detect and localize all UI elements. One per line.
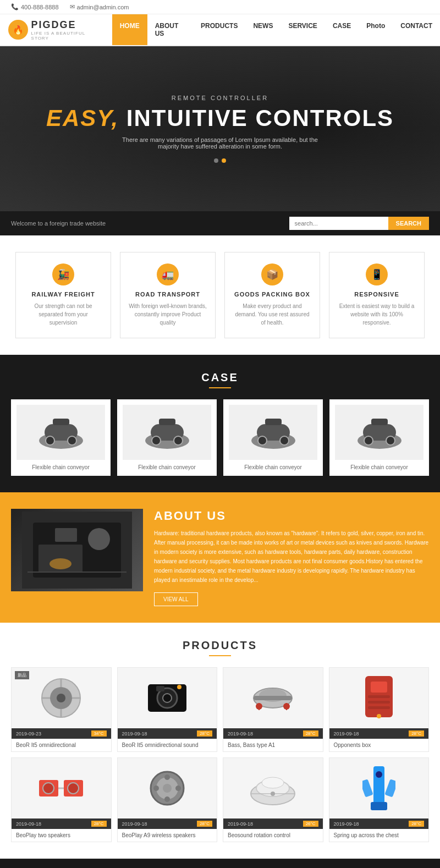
case-img-2	[123, 405, 211, 460]
case-label-4: Flexible chain conveyor	[335, 464, 424, 470]
product-meta-7: 2019-09-18 26°C	[223, 818, 323, 829]
nav-about[interactable]: ABOUT US	[147, 14, 193, 45]
about-section: ABOUT US Hardware: traditional hardware …	[0, 492, 440, 623]
svg-point-12	[258, 436, 267, 445]
about-image	[11, 509, 143, 591]
product-meta-4: 2019-09-18 28°C	[329, 728, 429, 739]
product-temp-7: 26°C	[303, 821, 318, 827]
case-item-2[interactable]: Flexible chain conveyor	[117, 399, 217, 476]
nav-service[interactable]: SERVICE	[280, 14, 324, 45]
responsive-desc: Extent is easiest way to build a website…	[338, 302, 416, 327]
product-temp-2: 28°C	[197, 730, 212, 737]
case-grid: Flexible chain conveyor Flexible chain c…	[11, 399, 429, 476]
case-item-1[interactable]: Flexible chain conveyor	[11, 399, 111, 476]
case-label-3: Flexible chain conveyor	[229, 464, 317, 470]
product-1[interactable]: 新品 2019-09-23 34°C BeoR It5 omnidirectio…	[11, 667, 112, 752]
phone-number: 400-888-8888	[21, 4, 59, 10]
product-8[interactable]: 2019-09-18 28°C Spring up across the che…	[329, 757, 430, 842]
product-name-4: Opponents box	[329, 739, 429, 751]
packing-desc: Make every product and demand. You use r…	[233, 302, 311, 327]
hero-dot-1[interactable]	[214, 158, 218, 163]
svg-rect-41	[254, 696, 292, 700]
product-5[interactable]: 2019-09-18 28°C BeoPlay two speakers	[11, 757, 112, 842]
hero-title-yellow: EASY,	[46, 105, 119, 131]
search-button[interactable]: SEARCH	[388, 217, 429, 230]
svg-point-56	[68, 783, 79, 794]
email-icon: ✉	[70, 3, 75, 10]
svg-rect-9	[159, 419, 175, 425]
svg-rect-48	[368, 695, 390, 698]
svg-point-61	[164, 796, 170, 802]
features-section: 🚂 RAILWAY FREIGHT Our strength can not b…	[0, 235, 440, 355]
nav-news[interactable]: NEWS	[245, 14, 280, 45]
product-img-1: 新品	[12, 668, 111, 728]
product-4[interactable]: 2019-09-18 28°C Opponents box	[329, 667, 430, 752]
product-2[interactable]: 2019-09-18 28°C BeoR It5 omnidirectional…	[117, 667, 218, 752]
svg-point-62	[153, 785, 159, 791]
welcome-text: Welcome to a foreign trade website	[11, 220, 106, 227]
product-date-2: 2019-09-18	[122, 731, 147, 737]
railway-desc: Our strength can not be separated from y…	[24, 302, 102, 327]
svg-point-2	[46, 436, 54, 445]
svg-rect-19	[371, 419, 388, 425]
svg-point-60	[164, 774, 170, 780]
hero-label: REMOTE CONTROLLER	[46, 95, 394, 101]
svg-rect-24	[55, 528, 77, 542]
search-input[interactable]	[289, 217, 388, 230]
about-text: Hardware: traditional hardware products,…	[154, 529, 429, 585]
svg-rect-37	[156, 686, 164, 691]
nav-home[interactable]: HOME	[112, 14, 147, 45]
packing-icon: 📦	[261, 263, 283, 285]
product-name-1: BeoR It5 omnidirectional	[12, 739, 111, 751]
product-img-4	[329, 668, 429, 728]
hero-title: EASY, INTUITIVE CONTROLS	[46, 106, 394, 131]
feature-responsive: 📱 RESPONSIVE Extent is easiest way to bu…	[329, 252, 425, 338]
svg-point-73	[376, 771, 382, 778]
logo-icon: 🔥	[8, 20, 28, 40]
product-6[interactable]: 2019-09-18 28°C BeoPlay A9 wireless spea…	[117, 757, 218, 842]
hero-dot-2[interactable]	[222, 158, 226, 163]
product-name-7: Beosound rotation control	[223, 829, 323, 842]
svg-point-68	[271, 792, 275, 796]
product-3[interactable]: 2019-09-18 28°C Bass, Bass type A1	[223, 667, 323, 752]
product-img-6	[118, 758, 217, 818]
case-label-2: Flexible chain conveyor	[123, 464, 211, 470]
nav-photo[interactable]: Photo	[359, 14, 393, 45]
nav-contact[interactable]: CONTACT	[393, 14, 440, 45]
product-name-3: Bass, Bass type A1	[223, 739, 323, 751]
case-img-1	[16, 405, 105, 460]
product-meta-5: 2019-09-18 28°C	[12, 818, 111, 829]
about-img-inner	[11, 509, 143, 591]
nav-products[interactable]: PRODUCTS	[193, 14, 245, 45]
phone-info: 📞 400-888-8888	[11, 3, 59, 10]
packing-title: GOODS PACKING BOX	[233, 291, 311, 298]
road-desc: With foreign well-known brands, constant…	[129, 302, 207, 327]
case-item-3[interactable]: Flexible chain conveyor	[223, 399, 323, 476]
product-7[interactable]: 2019-09-18 26°C Beosound rotation contro…	[223, 757, 323, 842]
svg-point-63	[175, 785, 181, 791]
case-item-4[interactable]: Flexible chain conveyor	[329, 399, 429, 476]
product-date-7: 2019-09-18	[228, 821, 253, 827]
feature-road: 🚛 ROAD TRANSPORT With foreign well-known…	[120, 252, 216, 338]
svg-rect-70	[371, 802, 387, 810]
svg-point-13	[280, 436, 289, 445]
nav-case[interactable]: CASE	[325, 14, 359, 45]
view-all-button[interactable]: VIEW ALL	[154, 592, 198, 606]
product-meta-3: 2019-09-18 28°C	[223, 728, 323, 739]
svg-point-3	[68, 436, 76, 445]
search-form: SEARCH	[289, 217, 429, 230]
product-img-3	[223, 668, 323, 728]
product-tag-1: 新品	[15, 671, 29, 679]
product-meta-6: 2019-09-18 28°C	[118, 818, 217, 829]
hero-dots	[46, 158, 394, 163]
case-title: CASE	[11, 371, 429, 384]
product-meta-8: 2019-09-18 28°C	[329, 818, 429, 829]
hero-title-white: INTUITIVE CONTROLS	[127, 105, 394, 131]
road-icon: 🚛	[157, 263, 179, 285]
svg-point-66	[262, 777, 284, 788]
svg-point-38	[177, 685, 182, 689]
logo[interactable]: 🔥 PIGDGE LIFE IS A BEAUTIFUL STORY	[0, 15, 112, 45]
product-temp-3: 28°C	[303, 730, 318, 737]
svg-rect-14	[265, 419, 282, 425]
hero-section: REMOTE CONTROLLER EASY, INTUITIVE CONTRO…	[0, 46, 440, 211]
